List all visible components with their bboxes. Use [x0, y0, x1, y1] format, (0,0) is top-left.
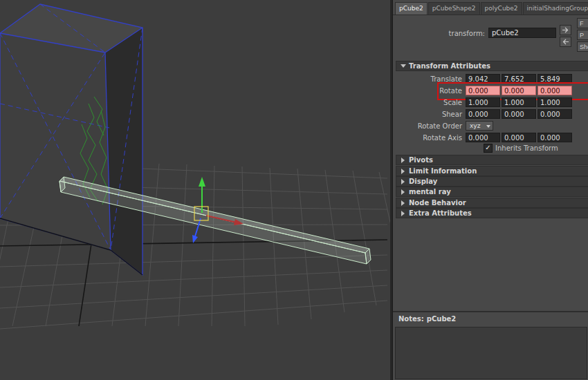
tab-initialshadinggroup[interactable]: initialShadingGroup	[523, 2, 588, 15]
rotate-label: Rotate	[396, 87, 462, 95]
triangle-right-icon	[401, 211, 405, 216]
triangle-right-icon	[401, 169, 405, 174]
notes-divider[interactable]	[393, 311, 588, 312]
rotate-order-dropdown[interactable]: xyz	[466, 121, 493, 131]
shear-row: Shear	[396, 109, 588, 120]
rotate-axis-x-field[interactable]	[466, 133, 500, 142]
inherits-transform-checkbox[interactable]: ✓	[484, 144, 493, 153]
perspective-viewport[interactable]	[0, 0, 390, 380]
maya-window: pCube2 pCubeShape2 polyCube2 initialShad…	[0, 0, 588, 380]
scale-row: Scale	[396, 97, 588, 108]
notes-textarea[interactable]	[395, 327, 587, 379]
rotate-y-field[interactable]	[502, 86, 536, 95]
scale-y-field[interactable]	[502, 97, 536, 107]
scale-label: Scale	[396, 99, 462, 106]
scale-z-field[interactable]	[538, 97, 572, 107]
triangle-right-icon	[401, 158, 405, 163]
transform-name-field[interactable]	[488, 28, 556, 38]
notes-label: Notes:	[398, 315, 424, 323]
attribute-editor: pCube2 pCubeShape2 polyCube2 initialShad…	[392, 0, 588, 380]
notes-header: Notes:pCube2	[398, 315, 459, 323]
rotate-axis-y-field[interactable]	[502, 133, 536, 142]
focus-button[interactable]: F	[577, 18, 588, 28]
rotate-order-value: xyz	[470, 122, 480, 129]
section-title: Limit Information	[409, 167, 477, 175]
section-transform-attributes[interactable]: Transform Attributes	[396, 61, 588, 71]
notes-node-name: pCube2	[427, 315, 457, 323]
viewport-canvas[interactable]	[0, 0, 390, 380]
tab-pcubeshape2[interactable]: pCubeShape2	[428, 2, 480, 15]
triangle-right-icon	[401, 200, 405, 206]
translate-y-field[interactable]	[502, 74, 536, 84]
shear-x-field[interactable]	[466, 109, 500, 119]
rotate-axis-z-field[interactable]	[538, 133, 572, 142]
rotate-z-field[interactable]	[538, 86, 572, 95]
section-limit-information[interactable]: Limit Information	[396, 166, 588, 176]
translate-z-field[interactable]	[538, 74, 572, 84]
section-title: Node Behavior	[409, 199, 466, 207]
translate-label: Translate	[396, 75, 462, 83]
tab-polycube2[interactable]: polyCube2	[481, 2, 522, 15]
shear-z-field[interactable]	[538, 109, 572, 119]
rotate-axis-label: Rotate Axis	[396, 134, 462, 142]
shear-y-field[interactable]	[502, 109, 536, 119]
rotate-row: Rotate	[396, 86, 588, 97]
section-title: Display	[409, 178, 437, 185]
section-pivots[interactable]: Pivots	[396, 155, 588, 165]
rotate-axis-row: Rotate Axis	[396, 133, 588, 144]
section-title: Transform Attributes	[409, 62, 490, 70]
pin-tab-button[interactable]	[560, 25, 571, 35]
triangle-down-icon	[401, 64, 406, 68]
section-display[interactable]: Display	[396, 176, 588, 187]
inherits-transform-row: ✓ Inherits Transform	[396, 144, 588, 155]
shear-label: Shear	[396, 111, 462, 118]
attribute-editor-tabs: pCube2 pCubeShape2 polyCube2 initialShad…	[395, 2, 588, 15]
presets-button[interactable]: P	[577, 30, 588, 40]
section-extra-attributes[interactable]: Extra Attributes	[396, 208, 588, 218]
rotate-order-label: Rotate Order	[396, 122, 462, 130]
show-button[interactable]: Sho	[577, 41, 588, 52]
section-title: mental ray	[409, 188, 451, 196]
scale-x-field[interactable]	[466, 97, 500, 107]
inherits-transform-label: Inherits Transform	[495, 144, 558, 152]
section-title: Extra Attributes	[409, 209, 472, 217]
section-mental-ray[interactable]: mental ray	[396, 187, 588, 197]
tab-pcube2[interactable]: pCube2	[395, 2, 428, 15]
section-title: Pivots	[409, 156, 433, 164]
load-attributes-button[interactable]	[560, 37, 571, 47]
transform-label: transform:	[419, 30, 485, 37]
tabs-divider	[393, 15, 588, 15]
translate-row: Translate	[396, 74, 588, 85]
triangle-right-icon	[401, 179, 405, 184]
chevron-down-icon	[486, 125, 490, 128]
triangle-right-icon	[401, 189, 405, 195]
translate-x-field[interactable]	[466, 74, 500, 84]
arrow-right-icon	[561, 26, 570, 34]
rotate-order-row: Rotate Order xyz	[396, 121, 588, 132]
section-node-behavior[interactable]: Node Behavior	[396, 198, 588, 208]
rotate-x-field[interactable]	[466, 86, 500, 95]
arrow-left-icon	[561, 38, 570, 46]
